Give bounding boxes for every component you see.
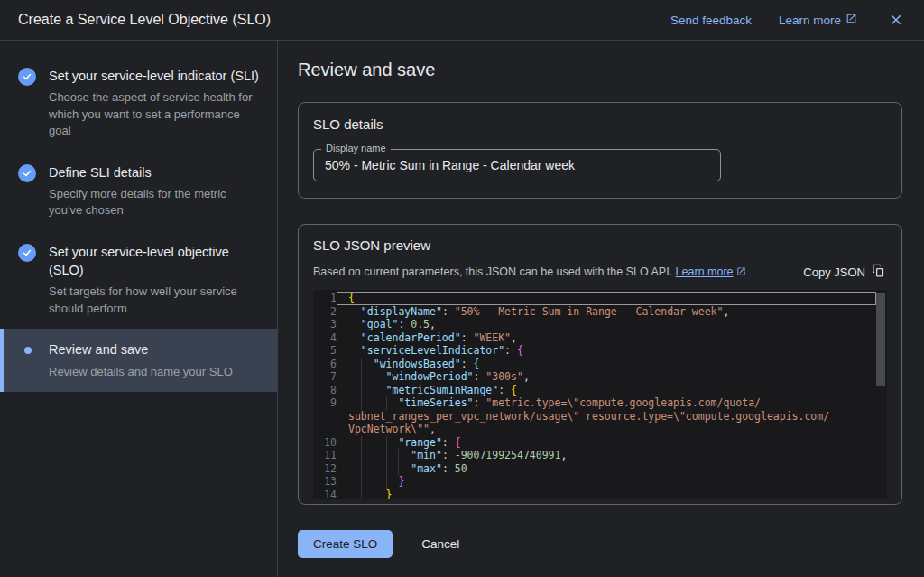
json-preview-description: Based on current parameters, this JSON c… xyxy=(313,265,746,279)
line-number: 6 xyxy=(313,358,337,371)
step-description: Specify more details for the metric you'… xyxy=(49,186,261,219)
line-code: { xyxy=(337,292,876,305)
check-circle-icon xyxy=(18,68,36,86)
indent-guide xyxy=(398,462,399,476)
json-editor[interactable]: 1{2 "displayName": "50% - Metric Sum in … xyxy=(313,290,887,499)
indent-guide xyxy=(374,489,374,500)
editor-line[interactable]: 1{ xyxy=(313,292,887,305)
step-title: Review and save xyxy=(49,340,233,358)
line-code: "max": 50 xyxy=(337,462,876,476)
editor-line[interactable]: subnet_ranges_per_vpc_network/usage\" re… xyxy=(313,410,887,423)
line-code: subnet_ranges_per_vpc_network/usage\" re… xyxy=(337,410,876,423)
learn-more-link[interactable]: Learn more xyxy=(779,13,857,27)
line-number: 5 xyxy=(313,344,337,358)
line-number: 3 xyxy=(313,318,337,331)
indent-guide xyxy=(386,462,387,476)
line-code: "windowsBased": { xyxy=(337,358,876,371)
indent-guide xyxy=(386,436,387,450)
indent-guide xyxy=(361,384,362,397)
json-editor-rows: 1{2 "displayName": "50% - Metric Sum in … xyxy=(313,292,887,499)
line-code: VpcNetwork\"", xyxy=(337,423,876,436)
line-code: } xyxy=(337,489,876,500)
line-number xyxy=(313,423,337,436)
line-code: "displayName": "50% - Metric Sum in Rang… xyxy=(337,305,876,319)
indent-guide xyxy=(374,396,374,410)
line-code: "goal": 0.5, xyxy=(337,318,876,331)
active-step-dot-icon xyxy=(24,347,32,354)
line-number: 9 xyxy=(313,396,337,410)
line-number: 13 xyxy=(313,475,337,489)
line-code: "timeSeries": "metric.type=\"compute.goo… xyxy=(337,396,876,410)
step-define-sli-details[interactable]: Define SLI details Specify more details … xyxy=(0,152,277,231)
line-code: "calendarPeriod": "WEEK", xyxy=(337,331,876,345)
indent-guide xyxy=(361,436,362,450)
editor-scrollbar[interactable] xyxy=(876,293,885,386)
editor-line[interactable]: 7 "windowPeriod": "300s", xyxy=(313,370,887,384)
line-code: "range": { xyxy=(337,436,876,450)
editor-line[interactable]: 4 "calendarPeriod": "WEEK", xyxy=(313,331,887,345)
editor-line[interactable]: 8 "metricSumInRange": { xyxy=(313,384,887,397)
editor-line[interactable]: 11 "min": -9007199254740991, xyxy=(313,449,887,462)
line-number: 12 xyxy=(313,462,337,476)
step-review-and-save[interactable]: Review and save Review details and name … xyxy=(0,329,277,392)
slo-json-preview-card: SLO JSON preview Based on current parame… xyxy=(298,224,902,505)
learn-more-label: Learn more xyxy=(779,14,841,27)
dialog-title: Create a Service Level Objective (SLO) xyxy=(18,12,271,28)
indent-guide xyxy=(374,384,374,397)
check-circle-icon xyxy=(18,164,36,182)
step-title: Define SLI details xyxy=(49,163,261,181)
editor-line[interactable]: VpcNetwork\"", xyxy=(313,423,887,436)
indent-guide xyxy=(361,462,362,476)
step-title: Set your service-level objective (SLO) xyxy=(49,243,261,280)
cancel-button[interactable]: Cancel xyxy=(412,530,468,558)
indent-guide xyxy=(374,475,374,489)
indent-guide xyxy=(361,358,362,371)
step-set-sli[interactable]: Set your service-level indicator (SLI) C… xyxy=(0,55,277,152)
slo-details-card: SLO details Display name xyxy=(298,102,902,199)
dialog-header: Create a Service Level Objective (SLO) S… xyxy=(0,0,924,41)
line-number: 4 xyxy=(313,331,337,345)
indent-guide xyxy=(386,475,387,489)
indent-guide xyxy=(398,449,399,462)
editor-line[interactable]: 13 } xyxy=(313,475,887,489)
editor-line[interactable]: 5 "serviceLevelIndicator": { xyxy=(313,344,887,358)
step-description: Set targets for how well your service sh… xyxy=(49,284,261,317)
line-code: "metricSumInRange": { xyxy=(337,384,876,397)
editor-line[interactable]: 2 "displayName": "50% - Metric Sum in Ra… xyxy=(313,305,887,319)
check-circle-icon xyxy=(18,244,36,262)
line-number: 7 xyxy=(313,370,337,384)
editor-line[interactable]: 3 "goal": 0.5, xyxy=(313,318,887,331)
external-link-icon xyxy=(845,13,857,27)
send-feedback-link[interactable]: Send feedback xyxy=(670,14,752,27)
editor-line[interactable]: 10 "range": { xyxy=(313,436,887,450)
indent-guide xyxy=(361,489,362,500)
json-learn-more-link[interactable]: Learn more xyxy=(676,265,734,278)
copy-icon xyxy=(872,264,885,281)
indent-guide xyxy=(361,449,362,462)
stepper-sidebar: Set your service-level indicator (SLI) C… xyxy=(0,41,278,577)
close-icon[interactable] xyxy=(888,12,904,28)
create-slo-button[interactable]: Create SLO xyxy=(298,530,393,558)
send-feedback-label: Send feedback xyxy=(670,14,752,27)
line-number: 8 xyxy=(313,384,337,397)
line-code: "min": -9007199254740991, xyxy=(337,449,876,462)
indent-guide xyxy=(361,475,362,489)
line-number: 14 xyxy=(313,489,337,500)
indent-guide xyxy=(386,396,387,410)
editor-line[interactable]: 12 "max": 50 xyxy=(313,462,887,476)
editor-line[interactable]: 14 } xyxy=(313,489,887,500)
editor-line[interactable]: 6 "windowsBased": { xyxy=(313,358,887,371)
page-title: Review and save xyxy=(298,60,924,80)
step-set-slo[interactable]: Set your service-level objective (SLO) S… xyxy=(0,231,277,330)
indent-guide xyxy=(361,396,362,410)
indent-guide xyxy=(361,370,362,384)
step-description: Review details and name your SLO xyxy=(49,364,233,380)
footer-actions: Create SLO Cancel xyxy=(298,530,924,558)
slo-details-title: SLO details xyxy=(313,116,887,132)
line-code: } xyxy=(337,475,876,489)
step-description: Choose the aspect of service health for … xyxy=(49,89,261,139)
display-name-label: Display name xyxy=(321,143,391,154)
editor-line[interactable]: 9 "timeSeries": "metric.type=\"compute.g… xyxy=(313,396,887,410)
line-number xyxy=(313,410,337,423)
copy-json-button[interactable]: Copy JSON xyxy=(803,264,887,281)
